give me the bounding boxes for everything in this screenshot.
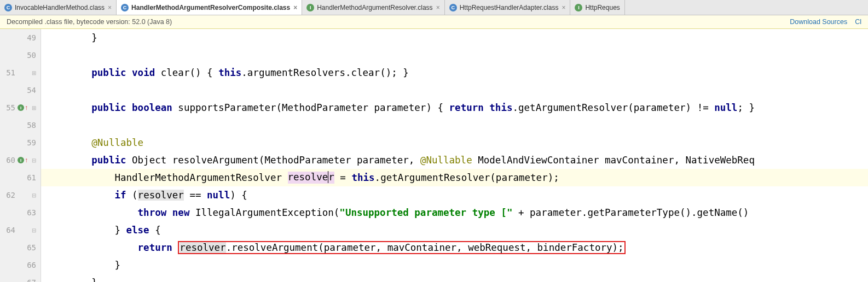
line-number: 60	[0, 156, 15, 164]
keyword: if	[114, 190, 126, 201]
highlighted-box: resolver.resolveArgument(parameter, mavC…	[178, 241, 625, 254]
line-number: 66	[21, 261, 36, 269]
interface-icon: I	[306, 4, 314, 11]
keyword: boolean	[132, 102, 172, 113]
keyword: null	[714, 102, 737, 113]
keyword: return	[138, 242, 172, 253]
tab-label: HandlerMethodArgumentResolver.class	[317, 4, 432, 11]
variable-write: resolver	[288, 172, 334, 184]
line-number: 61	[21, 173, 36, 182]
keyword: public	[91, 155, 126, 166]
code-text	[45, 67, 91, 78]
code-text: =	[334, 172, 352, 183]
code-text: .argumentResolvers.clear(); }	[241, 67, 409, 78]
fold-icon[interactable]: ⊟	[31, 192, 37, 198]
info-link-truncated[interactable]: Cl	[855, 18, 861, 26]
keyword: public	[91, 102, 126, 113]
close-icon[interactable]: ×	[436, 4, 440, 11]
code-text	[45, 137, 91, 148]
keyword: else	[126, 225, 149, 236]
code-text: supportsParameter(MethodParameter parame…	[172, 102, 449, 113]
annotation: @Nullable	[420, 155, 472, 166]
code-text: ModelAndViewContainer mavContainer, Nati…	[472, 155, 755, 166]
code-text: }	[45, 277, 97, 282]
keyword: throw	[138, 207, 167, 218]
class-icon: C	[4, 4, 12, 11]
line-number: 54	[21, 86, 36, 95]
keyword: this	[351, 172, 374, 183]
class-icon: C	[121, 4, 129, 11]
code-text: ) {	[230, 190, 247, 201]
code-text: }	[45, 32, 97, 43]
line-number: 65	[21, 243, 36, 252]
code-text: }	[45, 260, 120, 271]
tab-resolver-composite[interactable]: C HandlerMethodArgumentResolverComposite…	[117, 0, 302, 15]
keyword: return	[449, 102, 484, 113]
code-text: ; }	[737, 102, 755, 113]
close-icon[interactable]: ×	[562, 4, 565, 11]
keyword: null	[207, 190, 230, 201]
tab-label: HandlerMethodArgumentResolverComposite.c…	[131, 4, 290, 11]
line-number: 62	[0, 191, 15, 199]
code-text: IllegalArgumentException(	[189, 207, 339, 218]
code-text	[45, 102, 91, 113]
line-number: 49	[21, 33, 36, 42]
keyword: void	[132, 67, 155, 78]
interface-icon: I	[575, 4, 582, 11]
fold-icon[interactable]: ⊟	[31, 157, 37, 163]
editor-tab-bar: C InvocableHandlerMethod.class × C Handl…	[0, 0, 868, 15]
annotation: @Nullable	[91, 137, 143, 148]
fold-icon[interactable]: ⊞	[31, 104, 37, 111]
close-icon[interactable]: ×	[293, 4, 297, 11]
keyword: public	[91, 67, 126, 78]
code-text: .resolveArgument(parameter, mavContainer…	[226, 242, 624, 253]
code-text	[45, 242, 138, 253]
keyword: new	[172, 207, 190, 218]
string-literal: "Unsupported parameter type ["	[339, 207, 512, 218]
code-text: + parameter.getParameterType().getName()	[512, 207, 755, 218]
keyword: this	[489, 102, 512, 113]
line-number: 50	[21, 51, 36, 60]
caret-icon	[328, 171, 328, 183]
line-number: 55	[0, 103, 15, 112]
override-marker[interactable]: I↑	[18, 156, 28, 164]
code-text: clear() {	[155, 67, 218, 78]
tab-invocable-handler[interactable]: C InvocableHandlerMethod.class ×	[0, 0, 117, 15]
code-text: (	[126, 190, 138, 201]
code-text: {	[149, 225, 161, 236]
keyword: this	[218, 67, 241, 78]
tab-label: HttpReques	[585, 4, 620, 11]
code-text	[45, 207, 138, 218]
code-text	[45, 155, 91, 166]
line-number: 51	[0, 68, 15, 77]
code-area[interactable]: } public void clear() { this.argumentRes…	[41, 29, 868, 282]
line-number: 63	[21, 208, 36, 217]
code-text	[172, 242, 178, 253]
override-marker[interactable]: I↑	[18, 104, 28, 111]
code-text: .getArgumentResolver(parameter);	[375, 172, 559, 183]
tab-handler-adapter[interactable]: C HttpRequestHandlerAdapter.class ×	[445, 0, 571, 15]
fold-icon[interactable]: ⊟	[31, 227, 37, 233]
code-editor: 49 50 51⊞ 54 55I↑⊞ 58 59 60I↑⊟ 61 62⊟ 63…	[0, 29, 868, 282]
tab-argument-resolver[interactable]: I HandlerMethodArgumentResolver.class ×	[302, 0, 444, 15]
code-text: HandlerMethodArgumentResolver	[45, 172, 288, 183]
tab-http-reques[interactable]: I HttpReques	[570, 0, 624, 15]
tab-label: HttpRequestHandlerAdapter.class	[460, 4, 559, 11]
code-text: }	[45, 225, 126, 236]
decompile-info-text: Decompiled .class file, bytecode version…	[7, 18, 172, 26]
download-sources-link[interactable]: Download Sources	[790, 18, 847, 26]
close-icon[interactable]: ×	[108, 4, 112, 11]
code-text: ==	[184, 190, 207, 201]
fold-icon[interactable]: ⊞	[31, 69, 37, 76]
current-line: HandlerMethodArgumentResolver resolver =…	[41, 169, 868, 186]
variable-usage: resolver	[180, 242, 225, 253]
line-number: 59	[21, 138, 36, 147]
gutter: 49 50 51⊞ 54 55I↑⊞ 58 59 60I↑⊟ 61 62⊟ 63…	[0, 29, 41, 282]
class-icon: C	[449, 4, 457, 11]
line-number: 58	[21, 121, 36, 130]
variable-usage: resolver	[138, 190, 184, 201]
code-text	[45, 190, 114, 201]
code-text: .getArgumentResolver(parameter) !=	[512, 102, 714, 113]
decompile-info-bar: Decompiled .class file, bytecode version…	[0, 15, 868, 29]
tab-label: InvocableHandlerMethod.class	[15, 4, 105, 11]
